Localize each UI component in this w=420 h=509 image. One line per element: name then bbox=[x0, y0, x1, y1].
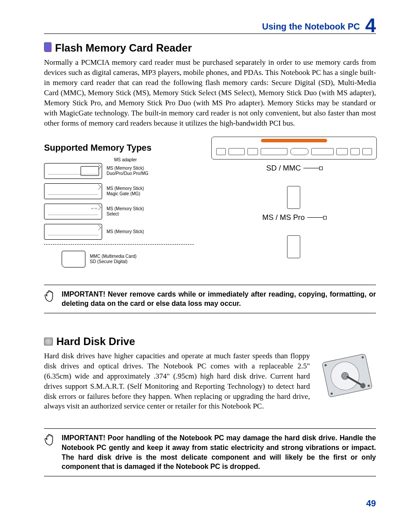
chapter-number: 4 bbox=[365, 16, 376, 35]
callout-text: IMPORTANT! Poor handling of the Notebook… bbox=[62, 433, 376, 471]
mem-label: MS (Memory Stick) bbox=[107, 229, 144, 234]
notebook-side-diagram: SD / MMC MS / MS Pro bbox=[211, 137, 376, 276]
notebook-side-view-icon bbox=[211, 137, 377, 160]
ms-adapter-label: MS adapter bbox=[57, 157, 194, 162]
hard-drive-photo-icon bbox=[319, 351, 376, 402]
important-callout: IMPORTANT! Never remove cards while or i… bbox=[44, 285, 376, 313]
page-number: 49 bbox=[44, 498, 376, 509]
sd-mmc-card-icon bbox=[62, 251, 85, 268]
header-title: Using the Notebook PC bbox=[262, 22, 360, 32]
mem-label: MS (Memory Stick) Magic Gate (MG) bbox=[107, 186, 144, 197]
mem-label: MS (Memory Stick) Select bbox=[107, 206, 144, 217]
ms-duo-insert-icon bbox=[81, 166, 99, 176]
supported-types-heading: Supported Memory Types bbox=[44, 143, 194, 153]
hand-stop-icon bbox=[44, 433, 55, 447]
card-slot-bottom-icon bbox=[287, 235, 300, 258]
memory-card-diagram: MS adapter MS (Memory Stick) Duo/Pro/Duo… bbox=[44, 157, 194, 268]
ms-select-card-icon: ▭ ▭ bbox=[44, 204, 102, 219]
mem-row: MS (Memory Stick) bbox=[44, 224, 194, 240]
dashed-separator bbox=[44, 244, 194, 245]
section-title: Hard Disk Drive bbox=[56, 335, 135, 348]
hdd-body: Hard disk drives have higher capacities … bbox=[44, 351, 310, 412]
page-header: Using the Notebook PC 4 bbox=[44, 13, 376, 34]
important-callout: IMPORTANT! Poor handling of the Notebook… bbox=[44, 428, 376, 476]
ms-card-icon bbox=[44, 183, 102, 199]
mem-row: MS (Memory Stick) Duo/Pro/Duo Pro/MG bbox=[44, 163, 194, 179]
mem-label: MS (Memory Stick) Duo/Pro/Duo Pro/MG bbox=[107, 166, 148, 176]
hdd-icon bbox=[44, 338, 53, 346]
ms-adapter-card-icon bbox=[44, 163, 102, 179]
section-title: Flash Memory Card Reader bbox=[55, 42, 192, 54]
slot-label-sd-mmc: SD / MMC bbox=[266, 164, 301, 173]
ms-plain-card-icon bbox=[44, 224, 102, 240]
mem-row: MS (Memory Stick) Magic Gate (MG) bbox=[44, 183, 194, 199]
slot-label-ms-mspro: MS / MS Pro bbox=[262, 213, 305, 222]
sd-card-icon bbox=[44, 42, 52, 52]
mem-row: MMC (Multimedia Card) SD (Secure Digital… bbox=[44, 251, 194, 268]
card-slot-top-icon bbox=[287, 186, 300, 209]
hand-stop-icon bbox=[44, 290, 55, 304]
leader-line-icon bbox=[303, 168, 321, 168]
flash-reader-body: Normally a PCMCIA memory card reader mus… bbox=[44, 58, 376, 129]
leader-line-icon bbox=[307, 217, 325, 218]
section-hdd-heading: Hard Disk Drive bbox=[44, 335, 376, 348]
callout-text: IMPORTANT! Never remove cards while or i… bbox=[62, 290, 376, 308]
section-flash-reader-heading: Flash Memory Card Reader bbox=[44, 42, 376, 54]
mem-row: ▭ ▭ MS (Memory Stick) Select bbox=[44, 204, 194, 219]
mem-label: MMC (Multimedia Card) SD (Secure Digital… bbox=[90, 254, 136, 264]
